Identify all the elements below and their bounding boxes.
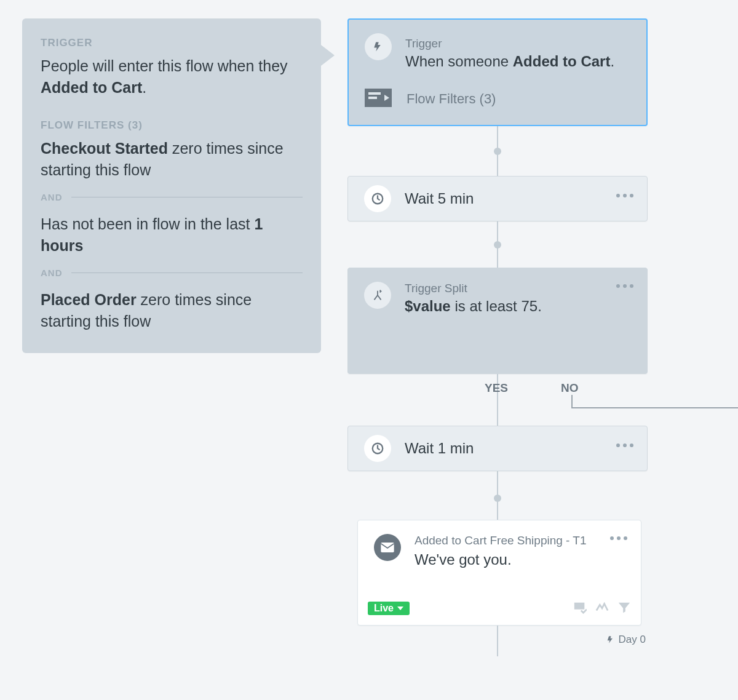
email-card[interactable]: Added to Cart Free Shipping - T1 We've g… xyxy=(357,520,641,626)
trigger-details-panel: TRIGGER People will enter this flow when… xyxy=(22,18,321,353)
branch-no-label: NO xyxy=(561,381,579,395)
wait-step-1[interactable]: Wait 5 min xyxy=(347,176,648,221)
analytics-icon[interactable] xyxy=(595,600,609,616)
flow-filter-1: Checkout Started zero times since starti… xyxy=(41,138,303,181)
connector-dot xyxy=(494,495,501,502)
trigger-description: People will enter this flow when they Ad… xyxy=(41,55,303,98)
trigger-card-description: When someone Added to Cart. xyxy=(405,53,614,70)
svg-rect-1 xyxy=(368,92,381,95)
clock-icon xyxy=(364,185,391,212)
lightning-icon xyxy=(365,33,392,60)
wait-step-2[interactable]: Wait 1 min xyxy=(347,426,648,471)
connector-dot xyxy=(494,241,501,249)
branch-yes-label: YES xyxy=(485,381,508,395)
connector xyxy=(571,395,573,408)
split-label: Trigger Split xyxy=(405,282,542,295)
more-icon[interactable] xyxy=(610,536,627,540)
connector-dot xyxy=(494,148,501,155)
wait-text: Wait 1 min xyxy=(405,440,631,457)
email-subject: We've got you. xyxy=(415,551,587,568)
clock-icon xyxy=(364,435,391,462)
flow-filters-count[interactable]: Flow Filters (3) xyxy=(407,91,496,107)
trigger-section-label: TRIGGER xyxy=(41,37,303,49)
flow-filters-label: FLOW FILTERS (3) xyxy=(41,119,303,132)
svg-rect-2 xyxy=(368,97,377,99)
trigger-card-label: Trigger xyxy=(405,37,614,50)
filter-and-2: AND xyxy=(41,268,303,278)
trigger-split-card[interactable]: Trigger Split $value is at least 75. xyxy=(347,268,648,374)
connector xyxy=(571,407,738,408)
connector xyxy=(497,626,498,656)
split-condition: $value is at least 75. xyxy=(405,298,542,315)
status-badge[interactable]: Live xyxy=(368,602,410,615)
flow-filter-2: Has not been in flow in the last 1 hours xyxy=(41,213,303,257)
flow-filter-3: Placed Order zero times since starting t… xyxy=(41,289,303,332)
day-marker: Day 0 xyxy=(606,634,646,646)
more-icon[interactable] xyxy=(616,443,633,447)
email-name: Added to Cart Free Shipping - T1 xyxy=(415,534,587,547)
email-icon xyxy=(374,534,401,561)
filter-and-1: AND xyxy=(41,192,303,202)
trigger-card[interactable]: Trigger When someone Added to Cart. Flow… xyxy=(347,18,648,126)
email-check-icon[interactable] xyxy=(573,600,587,616)
flow-filters-icon xyxy=(365,89,392,109)
more-icon[interactable] xyxy=(616,194,633,197)
more-icon[interactable] xyxy=(616,284,633,288)
filter-icon[interactable] xyxy=(617,600,631,616)
split-icon xyxy=(364,282,391,309)
wait-text: Wait 5 min xyxy=(405,190,631,207)
